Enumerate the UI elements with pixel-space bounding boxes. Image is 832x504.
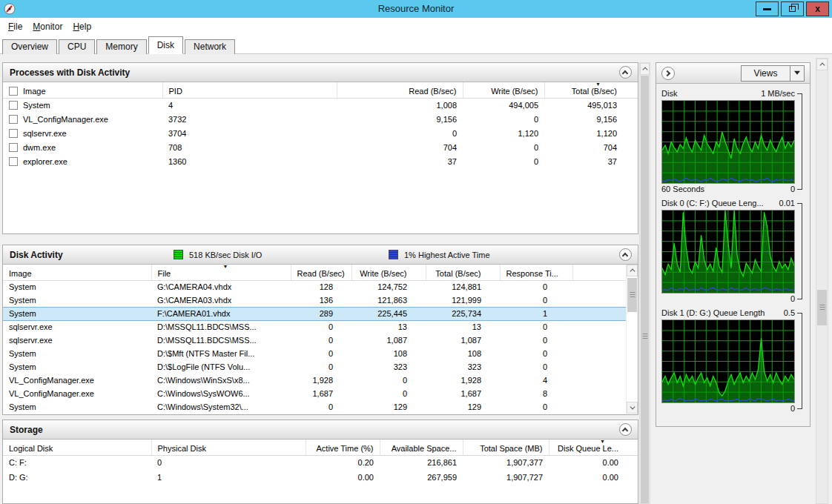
close-button[interactable]: x [806,1,829,16]
right-pane-scrollbar[interactable] [816,58,828,504]
disk1-queue-chart [661,319,795,403]
menu-item-monitor[interactable]: Monitor [27,19,67,34]
column-header[interactable]: Available Space... [380,440,463,455]
collapse-button[interactable] [619,248,632,261]
graph-scale: 1 MB/sec [761,87,795,100]
row-checkbox[interactable] [9,157,18,166]
menu-bar: FileMonitorHelp [0,18,832,36]
table-row[interactable]: C: F:00.20216,8611,907,3770.00 [3,455,638,470]
restore-icon [789,6,796,12]
column-header[interactable]: Image [3,82,162,98]
tab-network[interactable]: Network [185,39,235,54]
menu-item-file[interactable]: File [3,19,27,34]
table-row[interactable]: VL_ConfigManager.exe37329,15609,156 [3,112,638,126]
column-header[interactable]: Read (B/sec) [337,82,463,98]
row-checkbox[interactable] [9,143,18,152]
table-row[interactable]: SystemC:\Windows\System32\...01291290 [3,400,626,414]
column-header[interactable]: Total Space (MB) [463,440,549,455]
graphs-panel: Views Disk 1 MB/sec 60 Seconds 0 [656,62,810,427]
scroll-up-button[interactable] [816,59,828,70]
row-checkbox[interactable] [9,115,18,124]
collapse-button[interactable] [619,66,632,79]
graphs-panel-header: Views [656,63,810,84]
tab-disk[interactable]: Disk [148,36,183,54]
menu-item-help[interactable]: Help [67,19,96,34]
table-row[interactable]: dwm.exe7087040704 [3,140,638,154]
column-header[interactable]: Logical Disk [3,440,151,455]
restore-button[interactable] [781,1,804,16]
tab-cpu[interactable]: CPU [59,39,95,54]
table-row[interactable]: sqlservr.exeD:\MSSQL11.BDCS\MSS...01,087… [3,334,626,347]
column-header[interactable]: Response Ti... [500,265,572,280]
scrollbar-thumb[interactable] [627,278,637,312]
chevron-up-icon [819,62,825,67]
table-row[interactable]: SystemG:\CAMERA03.vhdx136121,863121,9990 [3,294,626,307]
views-dropdown-arrow[interactable] [790,66,804,81]
table-row[interactable]: SystemF:\CAMERA01.vhdx289225,445225,7341 [3,307,626,320]
table-row[interactable]: explorer.exe136037037 [3,154,638,168]
column-header[interactable]: Write (B/sec) [463,82,544,98]
processes-panel: Processes with Disk Activity ImagePIDRea… [2,62,638,234]
title-bar: Resource Monitor x [0,0,832,18]
scroll-down-button[interactable] [627,402,638,414]
minimize-icon [763,8,771,10]
column-header[interactable]: File▼ [151,265,291,280]
row-checkbox[interactable] [9,101,18,110]
chevron-right-icon [664,70,670,76]
chevron-up-icon [630,268,635,273]
minimize-button[interactable] [756,1,779,16]
table-row[interactable]: VL_ConfigManager.exeC:\Windows\WinSxS\x8… [3,374,626,387]
legend-item: 1% Highest Active Time [389,250,490,259]
scrollbar-thumb[interactable] [817,290,827,325]
disk-activity-scrollbar[interactable] [626,265,638,414]
column-header[interactable]: Active Time (%) [306,440,380,455]
disk0-queue-chart [661,210,795,294]
views-button[interactable]: Views [741,65,805,82]
chevron-up-icon [622,70,628,76]
column-header[interactable]: Image [3,265,151,280]
left-pane-scrollbar[interactable] [639,62,650,504]
scroll-up-button[interactable] [627,265,638,276]
select-all-checkbox[interactable] [9,87,18,96]
scroll-up-button[interactable] [640,63,650,75]
disk1-queue-graph: Disk 1 (D: G:) Queue Length 0.5 0 [661,307,805,415]
column-header[interactable]: Total (B/sec)▼ [544,82,638,98]
processes-panel-header: Processes with Disk Activity [3,63,638,82]
table-row[interactable]: System41,008494,005495,013 [3,98,638,112]
table-row[interactable]: SystemD:\$LogFile (NTFS Volu...03233230 [3,360,626,374]
panel-title: Processes with Disk Activity [10,67,130,78]
graph-ymin: 0 [790,403,795,415]
resource-monitor-window: Resource Monitor x FileMonitorHelp Overv… [0,0,832,504]
storage-table: Logical DiskPhysical DiskActive Time (%)… [3,440,638,485]
graph-scale: 0.5 [784,307,795,319]
table-row[interactable]: VL_ConfigManager.exeC:\Windows\SysWOW6..… [3,387,626,400]
column-header[interactable]: Disk Queue Le...▼ [549,440,638,455]
tab-overview[interactable]: Overview [2,39,57,54]
scrollbar-thumb[interactable] [641,76,649,503]
table-row[interactable]: sqlservr.exe370401,1201,120 [3,126,638,140]
column-header[interactable]: PID [162,82,337,98]
expand-button[interactable] [661,67,675,80]
disk0-queue-graph: Disk 0 (C: F:) Queue Leng... 0.01 0 [661,197,805,305]
column-header[interactable]: Physical Disk [151,440,306,455]
row-checkbox[interactable] [9,129,18,138]
column-header[interactable]: Read (B/sec) [291,265,351,280]
table-row[interactable]: SystemD:\$Mft (NTFS Master Fil...0108108… [3,347,626,360]
grip-icon [819,305,825,311]
table-row[interactable]: D: G:10.00267,9591,907,7270.00 [3,470,638,485]
disk-throughput-graph: Disk 1 MB/sec 60 Seconds 0 [661,87,805,196]
column-header[interactable]: Total (B/sec) [426,265,500,280]
processes-table-body: ImagePIDRead (B/sec)Write (B/sec)Total (… [3,82,638,168]
storage-panel-header: Storage [3,420,638,440]
window-controls: x [756,1,829,16]
graph-ymin: 0 [790,184,795,196]
table-row[interactable]: SystemG:\CAMERA04.vhdx128124,752124,8810 [3,280,626,294]
storage-table-body: Logical DiskPhysical DiskActive Time (%)… [3,440,638,485]
column-header[interactable] [572,265,626,280]
graph-xlabel: 60 Seconds [661,184,704,196]
tab-memory[interactable]: Memory [96,39,146,54]
column-header[interactable]: Write (B/sec) [351,265,426,280]
collapse-button[interactable] [619,423,632,436]
views-label: Views [742,66,790,81]
table-row[interactable]: sqlservr.exeD:\MSSQL11.BDCS\MSS...013130 [3,320,626,334]
